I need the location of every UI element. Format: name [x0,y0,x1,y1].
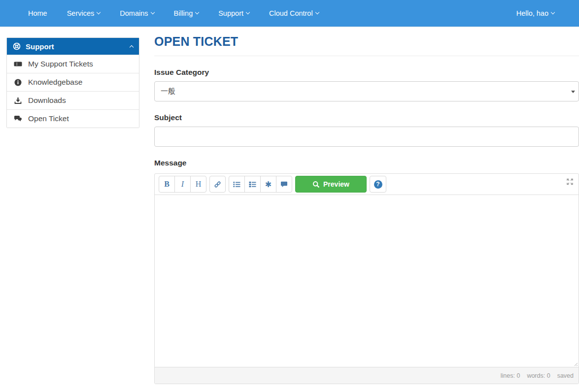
nav-item-billing[interactable]: Billing [164,0,209,27]
list-button-group: ✱ [229,176,292,193]
message-label: Message [154,159,579,167]
page-title: OPEN TICKET [154,34,579,49]
words-count: words: 0 [527,372,550,379]
editor-statusbar: lines: 0 words: 0 saved [155,367,579,384]
sidebar-item-open-ticket[interactable]: Open Ticket [7,109,139,128]
link-icon [214,181,221,188]
nav-item-home[interactable]: Home [18,0,57,27]
list-ul-icon [233,181,240,188]
user-menu-label: Hello, hao [516,9,548,17]
life-ring-icon [13,42,21,50]
top-navbar: Home Services Domains Billing Support Cl… [0,0,579,27]
subject-label: Subject [154,113,579,122]
nav-item-label: Billing [174,9,193,17]
help-button[interactable]: ? [370,176,386,193]
editor-body [155,195,579,367]
asterisk-icon: ✱ [265,180,272,189]
list-ol-icon [249,181,256,188]
nav-menu: Home Services Domains Billing Support Cl… [0,0,329,27]
comment-button[interactable] [276,176,292,193]
user-menu[interactable]: Hello, hao [507,9,564,17]
heading-button[interactable]: H [190,176,206,193]
select-caret-icon [571,91,575,93]
nav-item-label: Support [218,9,243,17]
message-textarea[interactable] [155,195,579,367]
chevron-down-icon [551,10,555,14]
fullscreen-icon[interactable] [566,178,574,185]
lines-count: lines: 0 [501,372,520,379]
link-button[interactable] [209,176,226,193]
sidebar-item-label: Open Ticket [28,114,69,123]
sidebar-header-support[interactable]: Support [7,38,139,55]
title-divider [154,56,579,56]
saved-status: saved [557,372,574,379]
sidebar-header-label: Support [26,42,54,51]
sidebar-item-label: My Support Tickets [28,60,93,68]
nav-item-label: Home [28,9,47,17]
nav-item-domains[interactable]: Domains [110,0,164,27]
chevron-down-icon [97,10,101,14]
nav-item-label: Cloud Control [269,9,313,17]
link-button-group [209,176,226,193]
search-icon [312,181,320,188]
sidebar-item-knowledgebase[interactable]: Knowledgebase [7,73,139,91]
issue-category-select[interactable]: 一般 [154,81,579,101]
sidebar-item-label: Knowledgebase [28,78,82,87]
ticket-icon [13,61,22,67]
issue-category-value: 一般 [161,87,175,96]
italic-button[interactable]: I [174,176,191,193]
nav-item-services[interactable]: Services [57,0,110,27]
comments-icon [13,115,22,122]
nav-item-cloud-control[interactable]: Cloud Control [259,0,329,27]
format-button-group: B I H [159,176,206,193]
nav-item-label: Services [67,9,95,17]
nav-item-label: Domains [120,9,148,17]
sidebar-item-downloads[interactable]: Downloads [7,91,139,109]
chevron-down-icon [195,10,199,14]
nav-user-area: Hello, hao [507,9,579,17]
ordered-list-button[interactable] [244,176,261,193]
bold-button[interactable]: B [159,176,175,193]
download-icon [13,97,22,104]
chevron-down-icon [246,10,250,14]
resize-handle-icon[interactable] [574,362,578,366]
issue-category-label: Issue Category [154,68,579,77]
asterisk-button[interactable]: ✱ [260,176,276,193]
support-sidebar: Support My Support Tickets Knowledgebase [6,37,139,128]
subject-input[interactable] [154,127,579,147]
chevron-down-icon [150,10,154,14]
sidebar-item-my-support-tickets[interactable]: My Support Tickets [7,55,139,73]
preview-label: Preview [323,180,349,188]
nav-item-support[interactable]: Support [208,0,259,27]
main-content: OPEN TICKET Issue Category 一般 Subject Me… [154,34,579,392]
info-circle-icon [13,79,22,86]
chevron-up-icon [130,45,134,49]
unordered-list-button[interactable] [229,176,245,193]
preview-button[interactable]: Preview [295,176,367,193]
question-circle-icon: ? [374,180,382,189]
message-editor: B I H [154,173,579,384]
sidebar-item-label: Downloads [28,96,66,105]
comment-icon [280,181,288,188]
editor-toolbar: B I H [155,174,579,195]
chevron-down-icon [315,10,319,14]
